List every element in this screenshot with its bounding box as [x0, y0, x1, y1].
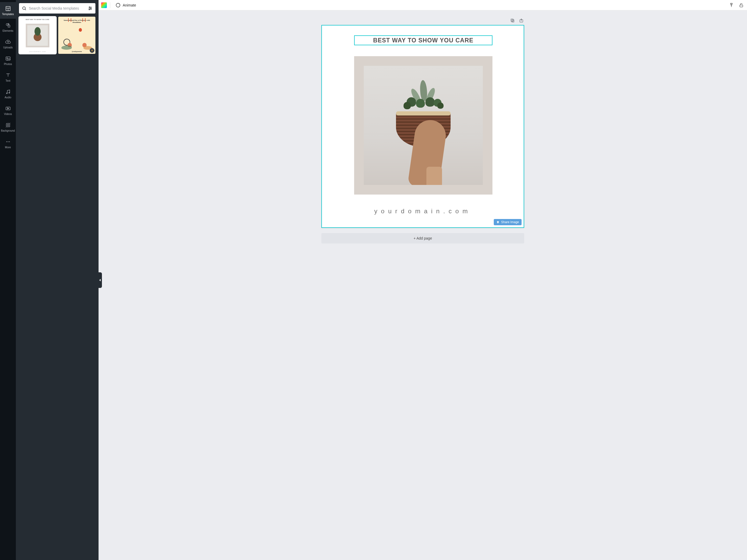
nav-label: Videos — [4, 112, 12, 116]
canvas-area[interactable]: BEST WAY TO SHOW YOU CARE yourdomain.com — [99, 10, 747, 560]
canvas-page[interactable]: BEST WAY TO SHOW YOU CARE yourdomain.com — [321, 25, 524, 228]
duplicate-page-button[interactable] — [510, 18, 515, 23]
sidebar-nav: Templates Elements Uploads Photos Text — [0, 0, 16, 560]
topbar: Animate — [99, 0, 747, 10]
nav-label: Templates — [2, 13, 14, 16]
nav-background[interactable]: Background — [0, 119, 16, 135]
animate-button[interactable]: Animate — [113, 2, 138, 9]
add-page-label: + Add page — [413, 236, 432, 240]
template-thumb[interactable]: BEST WAY TO SHOW YOU CARE yourdomain.com — [19, 17, 56, 54]
search-icon — [22, 6, 27, 11]
nav-label: More — [5, 146, 11, 149]
nav-label: Uploads — [3, 46, 13, 49]
svg-line-14 — [25, 9, 26, 10]
svg-point-7 — [6, 93, 7, 94]
nav-text[interactable]: Text — [0, 69, 16, 85]
svg-point-10 — [6, 141, 7, 142]
thumb-title: BEST WAY TO SHOW YOU CARE — [26, 19, 49, 20]
export-page-button[interactable] — [518, 18, 524, 23]
nav-more[interactable]: More — [0, 135, 16, 152]
text-icon — [5, 72, 11, 78]
photo-frame[interactable] — [354, 56, 492, 195]
nav-audio[interactable]: Audio — [0, 85, 16, 102]
add-page-button[interactable]: + Add page — [321, 233, 524, 244]
templates-icon — [5, 5, 11, 12]
animate-label: Animate — [123, 3, 136, 7]
background-icon — [5, 122, 11, 128]
page-tools — [321, 18, 524, 23]
share-label: Share Image — [501, 220, 519, 224]
thumb-image — [60, 23, 94, 51]
svg-rect-4 — [8, 25, 10, 27]
nav-label: Photos — [4, 63, 12, 66]
collapse-panel-button[interactable] — [98, 272, 102, 288]
topbar-right — [728, 2, 744, 8]
nav-label: Text — [5, 79, 10, 82]
animate-icon — [115, 3, 121, 8]
domain-text[interactable]: yourdomain.com — [322, 208, 524, 215]
svg-point-20 — [89, 9, 90, 10]
photos-icon — [5, 55, 11, 62]
thumb-title: International Day of Persons with Disabi… — [60, 19, 94, 23]
svg-point-8 — [8, 92, 9, 93]
nav-uploads[interactable]: Uploads — [0, 35, 16, 52]
svg-rect-22 — [740, 5, 743, 7]
templates-panel: BEST WAY TO SHOW YOU CARE yourdomain.com… — [16, 0, 99, 560]
svg-point-13 — [23, 7, 25, 9]
share-image-button[interactable]: Share Image — [494, 219, 521, 225]
search-input[interactable] — [29, 6, 85, 10]
svg-point-6 — [7, 58, 8, 59]
videos-icon — [5, 105, 11, 111]
svg-point-18 — [89, 7, 90, 7]
nav-templates[interactable]: Templates — [0, 2, 16, 19]
template-thumb[interactable]: International Day of Persons with Disabi… — [58, 17, 96, 54]
headline-text: BEST WAY TO SHOW YOU CARE — [373, 37, 473, 44]
nav-label: Elements — [3, 29, 14, 32]
app-root: Templates Elements Uploads Photos Text — [0, 0, 747, 560]
main-area: Animate BES — [99, 0, 747, 560]
headline-text-box[interactable]: BEST WAY TO SHOW YOU CARE — [354, 35, 492, 45]
nav-label: Audio — [5, 96, 11, 99]
filters-icon[interactable] — [87, 6, 93, 11]
copy-style-button[interactable] — [728, 2, 735, 8]
thumb-footer: yourdomain.com — [29, 51, 46, 52]
search-bar — [19, 3, 96, 14]
color-picker-button[interactable] — [101, 2, 107, 8]
uploads-icon — [5, 39, 11, 45]
photo-image — [364, 66, 483, 185]
thumb-image — [26, 24, 49, 47]
nav-elements[interactable]: Elements — [0, 19, 16, 35]
nav-photos[interactable]: Photos — [0, 52, 16, 69]
thumb-footer: @reallygreatsite — [72, 51, 82, 52]
audio-icon — [5, 89, 11, 95]
more-icon — [5, 138, 11, 145]
svg-point-11 — [7, 141, 8, 142]
premium-badge-icon: ♛ — [90, 48, 94, 53]
nav-label: Background — [1, 129, 15, 132]
svg-point-19 — [91, 8, 91, 9]
layers-icon — [496, 221, 499, 224]
template-grid: BEST WAY TO SHOW YOU CARE yourdomain.com… — [19, 17, 96, 54]
elements-icon — [5, 22, 11, 28]
lock-button[interactable] — [738, 2, 744, 8]
nav-videos[interactable]: Videos — [0, 102, 16, 119]
svg-point-12 — [9, 141, 10, 142]
